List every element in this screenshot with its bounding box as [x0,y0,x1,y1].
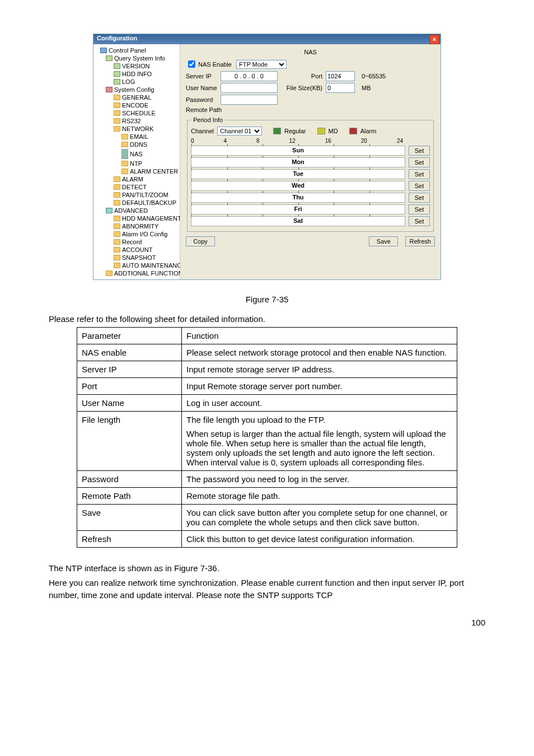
day-bar-fri[interactable]: Fri [191,204,405,214]
tree-snapshot[interactable]: SNAPSHOT [95,254,179,262]
tree-control-panel[interactable]: Control Panel [95,46,179,54]
tree-ntp[interactable]: NTP [95,160,179,167]
folder-icon [121,149,128,159]
day-label: Wed [191,182,405,189]
day-row-tue: TueSet [191,169,430,179]
copy-button[interactable]: Copy [186,236,215,246]
folder-icon [121,169,128,174]
alarm-label: Alarm [360,128,377,134]
param-cell: Password [77,471,182,488]
tree-rs232[interactable]: RS232 [95,117,179,125]
period-info-group: Period Info Channel Channel 01 Regular M… [187,116,434,232]
port-range: 0~65535 [362,73,386,80]
folder-icon [114,95,120,100]
tree-detect[interactable]: DETECT [95,183,179,191]
day-row-mon: MonSet [191,157,430,167]
func-cell: Please select network storage protocol a… [182,344,457,361]
day-bar-tue[interactable]: Tue [191,169,405,179]
day-bar-sat[interactable]: Sat [191,216,405,226]
refresh-button[interactable]: Refresh [405,236,435,246]
password-input[interactable] [221,95,278,105]
param-cell: Save [77,505,182,531]
set-button-thu[interactable]: Set [409,193,430,203]
folder-icon [114,216,120,221]
tree-record[interactable]: Record [95,238,179,246]
func-cell: Click this button to get device latest c… [182,531,457,548]
tree-general[interactable]: GENERAL [95,94,179,101]
md-label: MD [329,128,338,134]
tree-email[interactable]: EMAIL [95,133,179,141]
folder-icon [114,79,120,85]
save-button[interactable]: Save [369,236,398,246]
day-row-sat: SatSet [191,216,430,226]
body-text-1: The NTP interface is shown as in Figure … [49,562,485,575]
tree-nas[interactable]: NAS [95,148,179,160]
server-ip-label: Server IP [186,73,221,80]
channel-select[interactable]: Channel 01 [217,127,262,136]
param-cell: Server IP [77,361,182,378]
tree-alarm-io[interactable]: Alarm I/O Config [95,230,179,238]
set-button-wed[interactable]: Set [409,181,430,191]
tree-account[interactable]: ACCOUNT [95,246,179,254]
day-row-fri: FriSet [191,204,430,214]
swatch-alarm-icon [349,128,357,134]
day-bar-mon[interactable]: Mon [191,157,405,167]
set-button-sun[interactable]: Set [409,146,430,156]
tree-alarm-center[interactable]: ALARM CENTER [95,167,179,175]
tree-ptz[interactable]: PAN/TILT/ZOOM [95,191,179,199]
filesize-input[interactable] [326,83,355,93]
ftp-mode-select[interactable]: FTP Mode [236,60,287,69]
user-name-input[interactable] [221,83,278,93]
port-input[interactable] [326,71,355,81]
set-button-fri[interactable]: Set [409,204,430,214]
nas-enable-checkbox[interactable] [188,60,195,68]
tree-advanced[interactable]: ADVANCED [95,207,179,214]
tree-query-system-info[interactable]: Query System Info [95,54,179,62]
folder-icon [114,192,120,198]
tree-alarm[interactable]: ALARM [95,175,179,183]
tree-log[interactable]: LOG [95,78,179,86]
server-ip-input[interactable] [221,71,278,81]
tree-default[interactable]: DEFAULT/BACKUP [95,199,179,207]
filesize-unit: MB [362,85,371,91]
func-cell: Input Remote storage server port number. [182,378,457,395]
folder-icon [114,247,120,253]
window-title: Configuration [97,35,137,41]
tree-auto-maintenance[interactable]: AUTO MAINTENANCE [95,262,179,269]
table-row: NAS enablePlease select network storage … [77,344,457,361]
folder-icon [114,102,120,108]
tree-schedule[interactable]: SCHEDULE [95,109,179,117]
period-info-legend: Period Info [191,116,225,123]
folder-icon [114,223,120,229]
tree-hdd-management[interactable]: HDD MANAGEMENT [95,214,179,222]
col-parameter: Parameter [77,328,182,344]
swatch-regular-icon [273,128,281,134]
func-cell: The file length you upload to the FTP.Wh… [182,412,457,471]
day-bar-thu[interactable]: Thu [191,193,405,203]
tree-network[interactable]: NETWORK [95,125,179,133]
param-cell: File length [77,412,182,471]
tree-version[interactable]: VERSION [95,62,179,70]
tree-encode[interactable]: ENCODE [95,101,179,109]
set-button-sat[interactable]: Set [409,216,430,226]
set-button-mon[interactable]: Set [409,157,430,167]
tree-hdd-info[interactable]: HDD INFO [95,70,179,78]
day-bar-wed[interactable]: Wed [191,181,405,191]
tree-abnormity[interactable]: ABNORMITY [95,222,179,230]
day-label: Sat [191,217,405,224]
config-window: Configuration × Control Panel Query Syst… [93,34,441,280]
set-button-tue[interactable]: Set [409,169,430,179]
figure-caption: Figure 7-35 [49,295,485,304]
day-bar-sun[interactable]: Sun [191,146,405,156]
channel-label: Channel [191,128,214,134]
tree-additional-function[interactable]: ADDTIONAL FUNCTION [95,269,179,277]
swatch-md-icon [317,128,325,134]
day-label: Thu [191,194,405,200]
tree-system-config[interactable]: System Config [95,86,179,94]
folder-icon [114,126,120,132]
table-row: PortInput Remote storage server port num… [77,378,457,395]
tree-ddns[interactable]: DDNS [95,141,179,148]
param-cell: User Name [77,395,182,412]
close-icon[interactable]: × [429,35,439,44]
table-row: Remote PathRemote storage file path. [77,488,457,505]
